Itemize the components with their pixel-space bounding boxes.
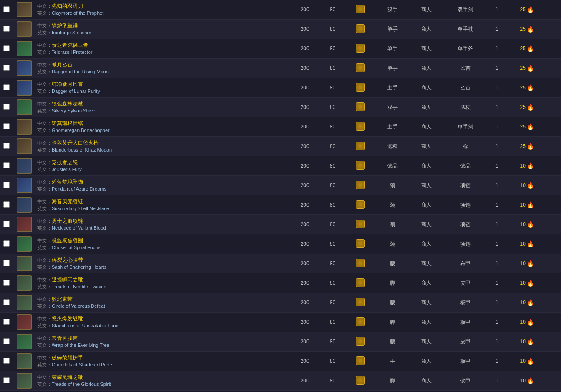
row-checkbox[interactable]	[3, 123, 10, 129]
row-checkbox-cell[interactable]	[0, 371, 13, 391]
row-checkbox[interactable]	[3, 260, 10, 266]
price-badge: 25 🔥	[520, 6, 534, 13]
price-badge: 10 🔥	[520, 182, 534, 189]
item-source: 商人	[409, 156, 443, 176]
item-price: 25 🔥	[507, 0, 548, 20]
row-checkbox-cell[interactable]	[0, 352, 13, 371]
item-icon-cell	[13, 78, 36, 98]
item-icon	[17, 236, 32, 252]
row-checkbox-cell[interactable]	[0, 176, 13, 195]
row-checkbox-cell[interactable]	[0, 273, 13, 293]
item-name-en: 英文：Treads of Nimble Evasion	[37, 283, 286, 290]
row-checkbox-cell[interactable]	[0, 78, 13, 98]
row-checkbox[interactable]	[3, 338, 10, 344]
row-checkbox-cell[interactable]	[0, 59, 13, 78]
flame-icon: 🔥	[527, 358, 534, 365]
row-checkbox-cell[interactable]	[0, 156, 13, 176]
row-checkbox-cell[interactable]	[0, 215, 13, 234]
item-name-cn: 中文：败北束带	[37, 296, 286, 303]
row-checkbox-cell[interactable]	[0, 117, 13, 137]
cn-label: 中文：	[37, 62, 52, 67]
row-checkbox-cell[interactable]	[0, 20, 13, 39]
item-icon-cell	[13, 176, 36, 195]
item-faction-icon	[345, 195, 375, 215]
row-checkbox[interactable]	[3, 65, 10, 71]
row-checkbox[interactable]	[3, 221, 10, 227]
item-level: 200	[290, 352, 320, 371]
price-badge: 10 🔥	[520, 358, 534, 365]
row-checkbox[interactable]	[3, 84, 10, 90]
item-extra	[548, 20, 561, 39]
row-checkbox-cell[interactable]	[0, 137, 13, 156]
row-checkbox[interactable]	[3, 358, 10, 364]
en-label: 英文：	[37, 225, 52, 231]
faction-shield	[356, 376, 365, 385]
price-value: 10	[520, 319, 525, 325]
row-checkbox[interactable]	[3, 377, 10, 383]
item-source: 商人	[409, 39, 443, 59]
item-name-cn: 中文：铁炉堡重锤	[37, 22, 286, 30]
en-label: 英文：	[37, 30, 52, 35]
en-label: 英文：	[37, 245, 52, 250]
item-price: 25 🔥	[507, 78, 548, 98]
row-checkbox[interactable]	[3, 143, 10, 149]
cn-label: 中文：	[37, 3, 52, 9]
item-price: 10 🔥	[507, 352, 548, 371]
item-icon-cell	[13, 313, 36, 332]
table-row: 中文：怒火爆发战靴 英文：Stanchions of Unseatable Fu…	[0, 313, 561, 332]
table-row: 中文：常青树腰带 英文：Wrap of the Everliving Tree …	[0, 332, 561, 352]
row-checkbox-cell[interactable]	[0, 195, 13, 215]
item-faction-icon	[345, 137, 375, 156]
row-checkbox-cell[interactable]	[0, 332, 13, 352]
row-checkbox-cell[interactable]	[0, 234, 13, 254]
en-label: 英文：	[37, 343, 52, 348]
item-faction-icon	[345, 254, 375, 273]
item-name-en: 英文：Blunderbuss of Khaz Modan	[37, 147, 286, 153]
table-row: 中文：卡兹莫丹大口径火枪 英文：Blunderbuss of Khaz Moda…	[0, 137, 561, 156]
en-label: 英文：	[37, 264, 52, 270]
row-checkbox-cell[interactable]	[0, 98, 13, 117]
item-ilvl: 80	[320, 98, 345, 117]
row-checkbox[interactable]	[3, 182, 10, 188]
item-source: 商人	[409, 59, 443, 78]
row-checkbox-cell[interactable]	[0, 254, 13, 273]
item-faction-icon	[345, 352, 375, 371]
item-type: 项链	[443, 215, 487, 234]
cn-label: 中文：	[37, 218, 52, 224]
item-extra	[548, 293, 561, 313]
item-icon	[17, 2, 32, 17]
item-name-en: 英文：Susurrating Shell Necklace	[37, 205, 286, 212]
row-checkbox[interactable]	[3, 104, 10, 110]
item-icon	[17, 197, 32, 213]
item-slot: 远程	[375, 137, 409, 156]
row-checkbox-cell[interactable]	[0, 293, 13, 313]
row-checkbox[interactable]	[3, 26, 10, 32]
item-icon	[17, 21, 32, 37]
row-checkbox[interactable]	[3, 201, 10, 208]
item-count: 1	[487, 293, 506, 313]
row-checkbox[interactable]	[3, 280, 10, 286]
item-price: 10 🔥	[507, 332, 548, 352]
item-faction-icon	[345, 176, 375, 195]
item-icon-cell	[13, 371, 36, 391]
row-checkbox[interactable]	[3, 319, 10, 325]
item-extra	[548, 0, 561, 20]
item-extra	[548, 195, 561, 215]
item-name-en: 英文：Sash of Shattering Hearts	[37, 264, 286, 270]
row-checkbox[interactable]	[3, 162, 10, 168]
row-checkbox[interactable]	[3, 45, 10, 51]
cn-label: 中文：	[37, 336, 52, 341]
row-checkbox[interactable]	[3, 299, 10, 305]
row-checkbox-cell[interactable]	[0, 0, 13, 20]
row-checkbox-cell[interactable]	[0, 313, 13, 332]
item-level: 200	[290, 39, 320, 59]
cn-label: 中文：	[37, 121, 52, 126]
faction-shield	[356, 317, 365, 326]
faction-shield	[356, 298, 365, 306]
item-icon	[17, 256, 32, 271]
row-checkbox[interactable]	[3, 6, 10, 12]
item-ilvl: 80	[320, 156, 345, 176]
flame-icon: 🔥	[527, 377, 534, 384]
row-checkbox-cell[interactable]	[0, 39, 13, 59]
row-checkbox[interactable]	[3, 240, 10, 247]
